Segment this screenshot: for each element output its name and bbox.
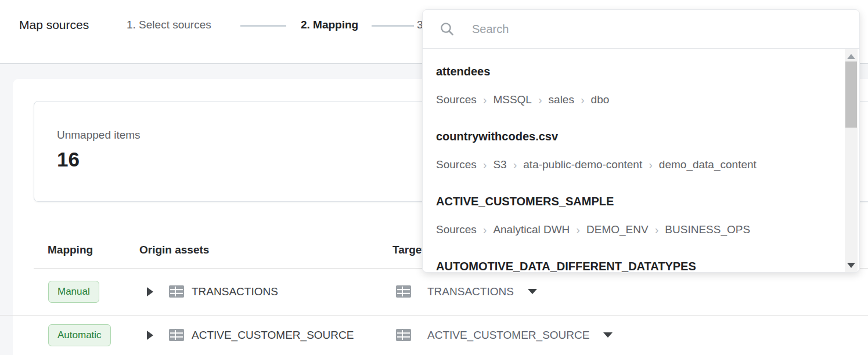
chevron-right-icon: ›	[574, 93, 591, 106]
expand-row-icon[interactable]	[147, 287, 153, 296]
result-title: AUTOMOTIVE_DATA_DIFFERENT_DATATYPES	[436, 244, 844, 272]
unmapped-items-count: 16	[57, 148, 80, 171]
target-asset-name: TRANSACTIONS	[427, 285, 514, 298]
result-breadcrumb: Sources › S3 › ata-public-demo-content ›…	[436, 158, 844, 179]
table-asset-icon	[169, 329, 184, 341]
origin-asset-cell: TRANSACTIONS	[147, 268, 278, 315]
scroll-up-icon[interactable]	[847, 54, 855, 59]
expand-row-icon[interactable]	[147, 331, 153, 340]
table-row: Automatic ACTIVE_CUSTOMER_SOURCE	[0, 315, 868, 355]
search-icon	[440, 21, 455, 37]
unmapped-items-label: Unmapped items	[57, 129, 141, 142]
chevron-right-icon: ›	[642, 158, 659, 171]
step-connector	[240, 25, 286, 27]
popup-scrollbar[interactable]	[845, 49, 858, 272]
column-header-origin-assets: Origin assets	[139, 244, 209, 256]
result-breadcrumb: Sources › Analytical DWH › DEMO_ENV › BU…	[436, 223, 844, 244]
scrollbar-thumb[interactable]	[845, 61, 857, 128]
table-asset-icon	[396, 329, 411, 341]
table-asset-icon	[169, 285, 184, 298]
chevron-right-icon: ›	[532, 93, 549, 106]
chevron-right-icon: ›	[649, 223, 665, 236]
status-badge-manual: Manual	[48, 281, 99, 303]
search-result-countrywithcodes[interactable]: countrywithcodes.csv Sources › S3 › ata-…	[436, 114, 844, 179]
chevron-right-icon: ›	[477, 158, 494, 171]
result-title: countrywithcodes.csv	[436, 114, 844, 143]
column-header-mapping: Mapping	[48, 244, 93, 256]
result-title: attendees	[436, 49, 844, 78]
target-asset-select[interactable]: TRANSACTIONS	[396, 268, 537, 315]
table-row: Manual TRANSACTIONS	[0, 268, 868, 316]
search-results-list: attendees Sources › MSSQL › sales › dbo …	[423, 49, 844, 272]
chevron-right-icon: ›	[507, 158, 524, 171]
chevron-right-icon: ›	[477, 93, 494, 106]
origin-asset-name: ACTIVE_CUSTOMER_SOURCE	[192, 329, 354, 342]
target-asset-name: ACTIVE_CUSTOMER_SOURCE	[427, 329, 589, 342]
search-input[interactable]	[471, 22, 798, 37]
search-result-active-customers-sample[interactable]: ACTIVE_CUSTOMERS_SAMPLE Sources › Analyt…	[436, 179, 844, 244]
origin-asset-cell: ACTIVE_CUSTOMER_SOURCE	[147, 315, 354, 355]
result-breadcrumb: Sources › MSSQL › sales › dbo	[436, 93, 844, 114]
step-select-sources[interactable]: 1. Select sources	[127, 19, 211, 31]
step-connector	[372, 25, 414, 27]
page-title: Map sources	[19, 18, 89, 32]
chevron-right-icon: ›	[570, 223, 586, 236]
step-mapping[interactable]: 2. Mapping	[301, 19, 358, 31]
result-title: ACTIVE_CUSTOMERS_SAMPLE	[436, 179, 844, 208]
search-result-attendees[interactable]: attendees Sources › MSSQL › sales › dbo	[436, 49, 844, 114]
mapping-type-cell: Automatic	[48, 315, 111, 355]
search-bar	[423, 10, 859, 49]
chevron-down-icon[interactable]	[603, 332, 613, 338]
status-badge-automatic: Automatic	[48, 324, 111, 346]
origin-asset-name: TRANSACTIONS	[192, 285, 278, 298]
search-result-automotive-data[interactable]: AUTOMOTIVE_DATA_DIFFERENT_DATATYPES	[436, 244, 844, 272]
mapping-type-cell: Manual	[48, 268, 99, 315]
target-asset-select[interactable]: ACTIVE_CUSTOMER_SOURCE	[396, 315, 613, 355]
chevron-down-icon[interactable]	[528, 289, 537, 294]
chevron-right-icon: ›	[477, 223, 494, 236]
scroll-down-icon[interactable]	[847, 263, 855, 268]
table-asset-icon	[396, 285, 411, 298]
search-results-popup: attendees Sources › MSSQL › sales › dbo …	[422, 9, 860, 273]
